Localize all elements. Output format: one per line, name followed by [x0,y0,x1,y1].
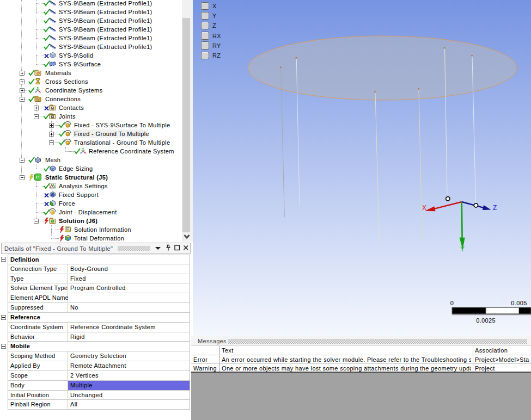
svg-text:Z: Z [493,204,497,212]
svg-text:Y: Y [460,245,465,253]
svg-text:0: 0 [450,300,454,306]
svg-text:i: i [68,227,69,230]
svg-text:0.005: 0.005 [511,300,527,306]
svg-text:0.0025: 0.0025 [476,317,496,324]
svg-text:X: X [422,204,426,212]
